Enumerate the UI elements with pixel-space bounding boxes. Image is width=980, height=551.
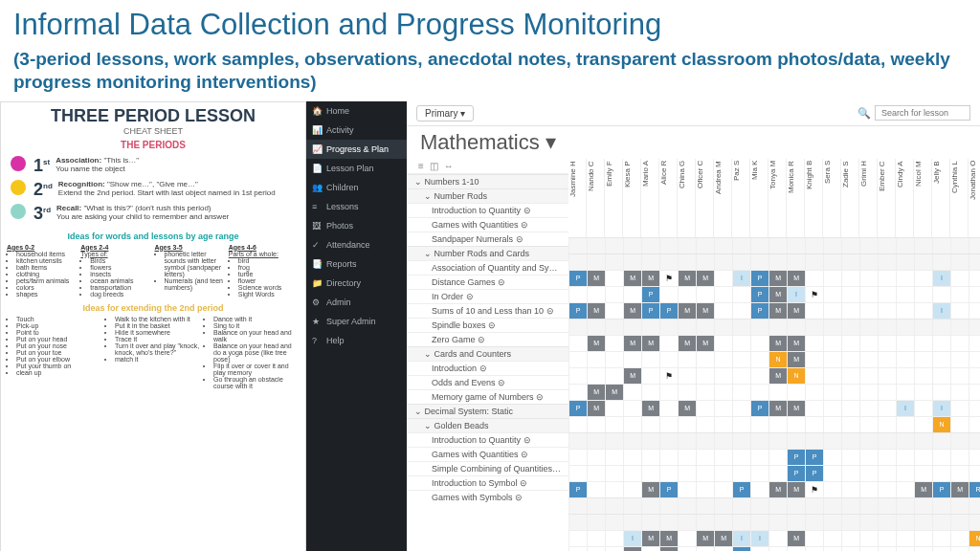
progress-cell[interactable] <box>696 547 714 552</box>
progress-cell[interactable]: I <box>932 271 950 286</box>
progress-cell[interactable] <box>841 547 859 552</box>
sidebar-item-directory[interactable]: 📁 Directory <box>306 274 407 293</box>
progress-cell[interactable] <box>623 417 641 432</box>
progress-cell[interactable] <box>696 466 714 481</box>
student-header[interactable]: Jonathan O <box>969 159 980 237</box>
progress-cell[interactable] <box>623 450 641 465</box>
progress-cell[interactable] <box>714 401 732 416</box>
progress-cell[interactable]: M <box>641 401 659 416</box>
progress-cell[interactable] <box>732 450 750 465</box>
progress-cell[interactable] <box>768 385 787 400</box>
student-header[interactable]: Nicol M <box>914 159 932 237</box>
progress-cell[interactable] <box>750 417 768 432</box>
progress-cell[interactable]: M <box>696 271 714 286</box>
progress-cell[interactable] <box>950 450 969 465</box>
progress-cell[interactable] <box>641 385 659 400</box>
progress-cell[interactable] <box>841 271 859 286</box>
progress-cell[interactable] <box>587 368 605 384</box>
progress-cell[interactable] <box>805 531 823 546</box>
progress-cell[interactable]: M <box>623 336 641 351</box>
progress-cell[interactable] <box>605 531 623 546</box>
lesson-row[interactable]: Introduction to Quantity ⊝ <box>407 203 568 217</box>
progress-cell[interactable]: M <box>768 368 787 384</box>
progress-cell[interactable]: P <box>750 271 768 286</box>
progress-cell[interactable]: M <box>768 271 787 286</box>
progress-cell[interactable] <box>696 385 714 400</box>
progress-cell[interactable] <box>932 287 950 302</box>
student-header[interactable]: Mia K <box>750 159 768 237</box>
progress-cell[interactable] <box>841 368 859 384</box>
progress-cell[interactable] <box>950 401 969 416</box>
progress-cell[interactable] <box>914 336 932 351</box>
progress-cell[interactable] <box>932 466 950 481</box>
progress-cell[interactable] <box>950 385 969 400</box>
progress-cell[interactable] <box>678 417 696 432</box>
progress-cell[interactable] <box>696 401 714 416</box>
progress-cell[interactable] <box>659 401 678 416</box>
progress-cell[interactable] <box>914 271 932 286</box>
progress-cell[interactable] <box>914 466 932 481</box>
progress-cell[interactable] <box>950 368 969 384</box>
progress-cell[interactable] <box>969 352 980 367</box>
lesson-row[interactable]: Introduction ⊝ <box>407 361 568 375</box>
progress-cell[interactable] <box>714 417 732 432</box>
progress-cell[interactable] <box>587 287 605 302</box>
progress-cell[interactable]: N <box>932 417 950 432</box>
progress-cell[interactable]: M <box>678 401 696 416</box>
student-header[interactable]: China G <box>678 159 696 237</box>
progress-cell[interactable]: P <box>568 401 587 416</box>
student-header[interactable]: Monica R <box>787 159 805 237</box>
progress-cell[interactable]: N <box>768 352 787 367</box>
progress-cell[interactable] <box>678 352 696 367</box>
progress-cell[interactable]: I <box>932 401 950 416</box>
student-header[interactable]: Jasmine H <box>568 159 587 237</box>
progress-cell[interactable] <box>878 368 896 384</box>
progress-cell[interactable] <box>805 417 823 432</box>
progress-cell[interactable] <box>641 368 659 384</box>
progress-cell[interactable] <box>823 352 841 367</box>
progress-cell[interactable] <box>896 287 914 302</box>
progress-cell[interactable]: M <box>696 531 714 546</box>
progress-cell[interactable] <box>568 287 587 302</box>
progress-cell[interactable] <box>932 368 950 384</box>
progress-cell[interactable] <box>932 385 950 400</box>
progress-cell[interactable] <box>732 385 750 400</box>
progress-cell[interactable] <box>732 287 750 302</box>
progress-cell[interactable]: P <box>732 482 750 497</box>
progress-cell[interactable] <box>878 531 896 546</box>
progress-cell[interactable] <box>859 417 878 432</box>
progress-cell[interactable] <box>659 385 678 400</box>
progress-cell[interactable] <box>750 352 768 367</box>
progress-cell[interactable] <box>587 531 605 546</box>
progress-cell[interactable] <box>732 303 750 319</box>
progress-cell[interactable] <box>878 287 896 302</box>
progress-cell[interactable] <box>568 450 587 465</box>
section-row[interactable]: ⌄ Number Rods <box>407 188 568 203</box>
progress-cell[interactable] <box>696 482 714 497</box>
progress-cell[interactable] <box>678 482 696 497</box>
progress-cell[interactable]: M <box>641 482 659 497</box>
progress-cell[interactable] <box>623 385 641 400</box>
progress-cell[interactable]: M <box>768 482 787 497</box>
progress-cell[interactable] <box>859 450 878 465</box>
progress-cell[interactable] <box>659 466 678 481</box>
progress-cell[interactable]: I <box>732 531 750 546</box>
progress-cell[interactable]: M <box>678 303 696 319</box>
progress-cell[interactable] <box>969 385 980 400</box>
progress-cell[interactable] <box>568 531 587 546</box>
progress-cell[interactable] <box>896 336 914 351</box>
progress-cell[interactable] <box>969 450 980 465</box>
progress-cell[interactable]: P <box>568 303 587 319</box>
progress-cell[interactable] <box>859 287 878 302</box>
progress-cell[interactable] <box>623 482 641 497</box>
progress-cell[interactable] <box>659 352 678 367</box>
progress-cell[interactable] <box>859 352 878 367</box>
progress-cell[interactable] <box>732 336 750 351</box>
progress-cell[interactable]: P <box>932 482 950 497</box>
sidebar-item-photos[interactable]: 🖼 Photos <box>306 216 407 235</box>
section-row[interactable]: ⌄ Decimal System: Static <box>407 404 568 418</box>
progress-cell[interactable]: P <box>732 547 750 552</box>
student-header[interactable]: Cindy A <box>896 159 914 237</box>
progress-cell[interactable] <box>732 368 750 384</box>
progress-cell[interactable] <box>914 352 932 367</box>
